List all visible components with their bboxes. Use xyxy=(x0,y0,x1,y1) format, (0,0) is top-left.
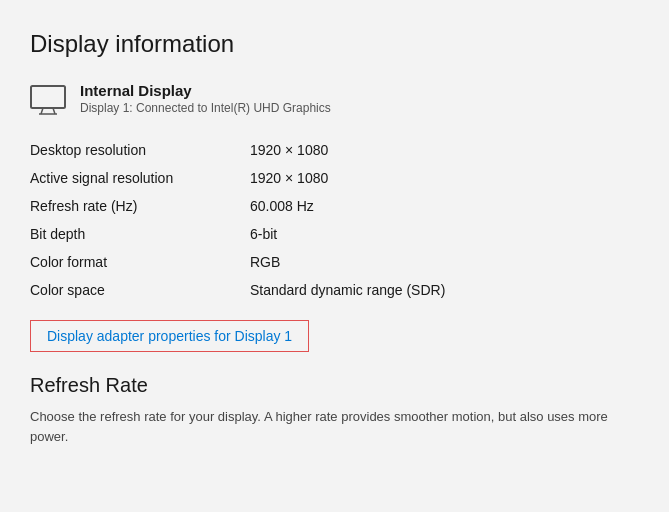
info-value: 1920 × 1080 xyxy=(250,136,639,164)
svg-rect-0 xyxy=(31,86,65,108)
display-subtitle: Display 1: Connected to Intel(R) UHD Gra… xyxy=(80,101,331,115)
monitor-icon xyxy=(30,84,66,116)
table-row: Desktop resolution1920 × 1080 xyxy=(30,136,639,164)
table-row: Bit depth6-bit xyxy=(30,220,639,248)
info-label: Color space xyxy=(30,276,250,304)
info-value: Standard dynamic range (SDR) xyxy=(250,276,639,304)
display-header: Internal Display Display 1: Connected to… xyxy=(30,82,639,116)
table-row: Color formatRGB xyxy=(30,248,639,276)
info-value: RGB xyxy=(250,248,639,276)
table-row: Refresh rate (Hz)60.008 Hz xyxy=(30,192,639,220)
page-title: Display information xyxy=(30,30,639,58)
table-row: Color spaceStandard dynamic range (SDR) xyxy=(30,276,639,304)
info-label: Desktop resolution xyxy=(30,136,250,164)
table-row: Active signal resolution1920 × 1080 xyxy=(30,164,639,192)
info-value: 1920 × 1080 xyxy=(250,164,639,192)
refresh-rate-title: Refresh Rate xyxy=(30,374,639,397)
info-label: Active signal resolution xyxy=(30,164,250,192)
info-value: 6-bit xyxy=(250,220,639,248)
info-label: Bit depth xyxy=(30,220,250,248)
info-label: Refresh rate (Hz) xyxy=(30,192,250,220)
display-header-text: Internal Display Display 1: Connected to… xyxy=(80,82,331,115)
info-value: 60.008 Hz xyxy=(250,192,639,220)
display-name: Internal Display xyxy=(80,82,331,99)
info-label: Color format xyxy=(30,248,250,276)
refresh-rate-description: Choose the refresh rate for your display… xyxy=(30,407,610,446)
info-table: Desktop resolution1920 × 1080Active sign… xyxy=(30,136,639,304)
link-box: Display adapter properties for Display 1 xyxy=(30,320,309,352)
display-adapter-link[interactable]: Display adapter properties for Display 1 xyxy=(47,328,292,344)
